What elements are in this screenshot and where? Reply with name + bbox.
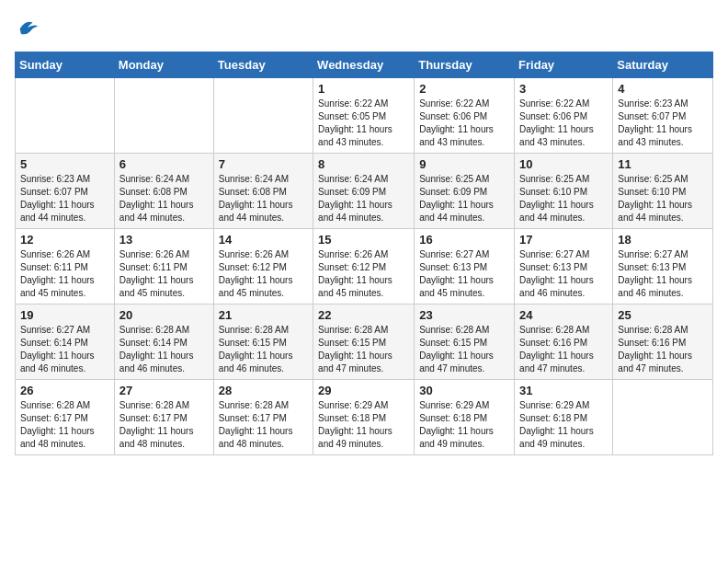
day-cell: 13Sunrise: 6:26 AM Sunset: 6:11 PM Dayli… — [114, 229, 213, 304]
day-info: Sunrise: 6:26 AM Sunset: 6:11 PM Dayligh… — [20, 248, 109, 300]
day-cell — [114, 78, 213, 154]
day-cell: 14Sunrise: 6:26 AM Sunset: 6:12 PM Dayli… — [213, 229, 313, 304]
day-cell — [16, 78, 115, 154]
day-number: 11 — [618, 157, 708, 171]
day-cell: 20Sunrise: 6:28 AM Sunset: 6:14 PM Dayli… — [114, 304, 213, 380]
day-info: Sunrise: 6:27 AM Sunset: 6:13 PM Dayligh… — [519, 248, 608, 300]
day-cell: 27Sunrise: 6:28 AM Sunset: 6:17 PM Dayli… — [114, 380, 213, 455]
weekday-header-sunday: Sunday — [16, 52, 115, 78]
day-number: 31 — [519, 384, 608, 397]
day-info: Sunrise: 6:25 AM Sunset: 6:10 PM Dayligh… — [519, 173, 608, 224]
day-cell: 2Sunrise: 6:22 AM Sunset: 6:06 PM Daylig… — [415, 78, 515, 154]
page-header — [15, 15, 713, 40]
day-cell: 30Sunrise: 6:29 AM Sunset: 6:18 PM Dayli… — [415, 380, 515, 455]
day-number: 17 — [519, 233, 608, 247]
day-number: 21 — [219, 308, 308, 322]
day-cell: 8Sunrise: 6:24 AM Sunset: 6:09 PM Daylig… — [313, 154, 415, 229]
week-row-4: 19Sunrise: 6:27 AM Sunset: 6:14 PM Dayli… — [16, 304, 713, 380]
day-number: 9 — [419, 157, 509, 171]
weekday-header-monday: Monday — [114, 52, 213, 78]
day-number: 10 — [519, 157, 608, 171]
day-number: 24 — [519, 308, 608, 322]
day-number: 23 — [419, 308, 509, 322]
day-info: Sunrise: 6:27 AM Sunset: 6:14 PM Dayligh… — [20, 324, 109, 375]
day-info: Sunrise: 6:24 AM Sunset: 6:08 PM Dayligh… — [219, 173, 308, 224]
day-info: Sunrise: 6:27 AM Sunset: 6:13 PM Dayligh… — [419, 248, 509, 300]
day-cell: 4Sunrise: 6:23 AM Sunset: 6:07 PM Daylig… — [613, 78, 713, 154]
weekday-header-thursday: Thursday — [415, 52, 515, 78]
logo-bird-icon — [15, 15, 40, 40]
day-info: Sunrise: 6:25 AM Sunset: 6:09 PM Dayligh… — [419, 173, 509, 224]
day-info: Sunrise: 6:22 AM Sunset: 6:06 PM Dayligh… — [419, 98, 509, 149]
day-number: 3 — [519, 82, 608, 96]
day-info: Sunrise: 6:22 AM Sunset: 6:06 PM Dayligh… — [519, 98, 608, 149]
day-info: Sunrise: 6:22 AM Sunset: 6:05 PM Dayligh… — [318, 98, 409, 149]
day-cell: 1Sunrise: 6:22 AM Sunset: 6:05 PM Daylig… — [313, 78, 415, 154]
day-cell: 19Sunrise: 6:27 AM Sunset: 6:14 PM Dayli… — [16, 304, 115, 380]
day-info: Sunrise: 6:25 AM Sunset: 6:10 PM Dayligh… — [618, 173, 708, 224]
day-cell: 15Sunrise: 6:26 AM Sunset: 6:12 PM Dayli… — [313, 229, 415, 304]
weekday-header-wednesday: Wednesday — [313, 52, 415, 78]
day-cell: 29Sunrise: 6:29 AM Sunset: 6:18 PM Dayli… — [313, 380, 415, 455]
day-cell: 10Sunrise: 6:25 AM Sunset: 6:10 PM Dayli… — [515, 154, 613, 229]
day-number: 19 — [20, 308, 109, 322]
day-info: Sunrise: 6:28 AM Sunset: 6:15 PM Dayligh… — [318, 324, 409, 375]
day-cell: 26Sunrise: 6:28 AM Sunset: 6:17 PM Dayli… — [16, 380, 115, 455]
day-cell: 7Sunrise: 6:24 AM Sunset: 6:08 PM Daylig… — [213, 154, 313, 229]
day-cell: 31Sunrise: 6:29 AM Sunset: 6:18 PM Dayli… — [515, 380, 613, 455]
calendar-table: SundayMondayTuesdayWednesdayThursdayFrid… — [15, 52, 713, 455]
day-number: 4 — [618, 82, 708, 96]
day-number: 28 — [219, 384, 308, 397]
day-cell: 17Sunrise: 6:27 AM Sunset: 6:13 PM Dayli… — [515, 229, 613, 304]
day-number: 8 — [318, 157, 409, 171]
weekday-header-row: SundayMondayTuesdayWednesdayThursdayFrid… — [16, 52, 713, 78]
day-info: Sunrise: 6:26 AM Sunset: 6:11 PM Dayligh… — [119, 248, 209, 300]
day-cell: 11Sunrise: 6:25 AM Sunset: 6:10 PM Dayli… — [613, 154, 713, 229]
day-number: 1 — [318, 82, 409, 96]
day-number: 5 — [20, 157, 109, 171]
day-info: Sunrise: 6:28 AM Sunset: 6:15 PM Dayligh… — [219, 324, 308, 375]
week-row-5: 26Sunrise: 6:28 AM Sunset: 6:17 PM Dayli… — [16, 380, 713, 455]
day-cell: 28Sunrise: 6:28 AM Sunset: 6:17 PM Dayli… — [213, 380, 313, 455]
weekday-header-tuesday: Tuesday — [213, 52, 313, 78]
weekday-header-friday: Friday — [515, 52, 613, 78]
day-cell: 6Sunrise: 6:24 AM Sunset: 6:08 PM Daylig… — [114, 154, 213, 229]
day-cell: 24Sunrise: 6:28 AM Sunset: 6:16 PM Dayli… — [515, 304, 613, 380]
day-number: 29 — [318, 384, 409, 397]
day-info: Sunrise: 6:28 AM Sunset: 6:17 PM Dayligh… — [20, 399, 109, 451]
day-number: 6 — [119, 157, 209, 171]
day-cell: 12Sunrise: 6:26 AM Sunset: 6:11 PM Dayli… — [16, 229, 115, 304]
day-number: 27 — [119, 384, 209, 397]
week-row-3: 12Sunrise: 6:26 AM Sunset: 6:11 PM Dayli… — [16, 229, 713, 304]
week-row-2: 5Sunrise: 6:23 AM Sunset: 6:07 PM Daylig… — [16, 154, 713, 229]
day-number: 2 — [419, 82, 509, 96]
day-cell: 25Sunrise: 6:28 AM Sunset: 6:16 PM Dayli… — [613, 304, 713, 380]
day-info: Sunrise: 6:24 AM Sunset: 6:09 PM Dayligh… — [318, 173, 409, 224]
day-cell — [613, 380, 713, 455]
day-cell — [213, 78, 313, 154]
day-cell: 18Sunrise: 6:27 AM Sunset: 6:13 PM Dayli… — [613, 229, 713, 304]
day-info: Sunrise: 6:24 AM Sunset: 6:08 PM Dayligh… — [119, 173, 209, 224]
day-number: 7 — [219, 157, 308, 171]
day-info: Sunrise: 6:23 AM Sunset: 6:07 PM Dayligh… — [20, 173, 109, 224]
weekday-header-saturday: Saturday — [613, 52, 713, 78]
day-info: Sunrise: 6:26 AM Sunset: 6:12 PM Dayligh… — [318, 248, 409, 300]
day-info: Sunrise: 6:29 AM Sunset: 6:18 PM Dayligh… — [519, 399, 608, 451]
day-info: Sunrise: 6:26 AM Sunset: 6:12 PM Dayligh… — [219, 248, 308, 300]
day-cell: 16Sunrise: 6:27 AM Sunset: 6:13 PM Dayli… — [415, 229, 515, 304]
day-number: 30 — [419, 384, 509, 397]
day-info: Sunrise: 6:28 AM Sunset: 6:17 PM Dayligh… — [219, 399, 308, 451]
day-info: Sunrise: 6:28 AM Sunset: 6:15 PM Dayligh… — [419, 324, 509, 375]
day-number: 26 — [20, 384, 109, 397]
day-number: 16 — [419, 233, 509, 247]
day-number: 13 — [119, 233, 209, 247]
day-info: Sunrise: 6:23 AM Sunset: 6:07 PM Dayligh… — [618, 98, 708, 149]
day-info: Sunrise: 6:28 AM Sunset: 6:16 PM Dayligh… — [519, 324, 608, 375]
day-number: 25 — [618, 308, 708, 322]
day-number: 20 — [119, 308, 209, 322]
day-number: 15 — [318, 233, 409, 247]
day-cell: 5Sunrise: 6:23 AM Sunset: 6:07 PM Daylig… — [16, 154, 115, 229]
day-info: Sunrise: 6:29 AM Sunset: 6:18 PM Dayligh… — [318, 399, 409, 451]
day-cell: 22Sunrise: 6:28 AM Sunset: 6:15 PM Dayli… — [313, 304, 415, 380]
day-cell: 9Sunrise: 6:25 AM Sunset: 6:09 PM Daylig… — [415, 154, 515, 229]
